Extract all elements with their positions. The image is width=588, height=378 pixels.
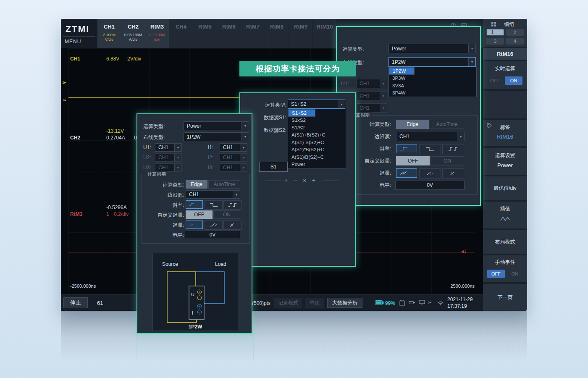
label-section[interactable]: 标签 RtM16	[483, 120, 527, 146]
autotime-button[interactable]: AutoTime	[208, 180, 240, 189]
wiring-type-select[interactable]: 1P2W ▼	[184, 132, 249, 141]
hysteresis-off-button[interactable]: OFF	[396, 156, 430, 165]
edge-source-select[interactable]: CH1 ▼	[186, 190, 240, 199]
interpolation-title: 插值	[483, 205, 527, 213]
tab-rtm9[interactable]: RtM9	[289, 19, 312, 48]
option-power[interactable]: Power	[288, 161, 346, 168]
edge-button[interactable]: Edge	[186, 180, 207, 189]
tab-rtm8[interactable]: RtM8	[265, 19, 289, 48]
option-3p3w[interactable]: 3P3W	[389, 75, 476, 82]
u1-select[interactable]: CH1▼	[155, 143, 182, 152]
tab-ch4[interactable]: CH4	[169, 19, 193, 48]
tab-rtm5[interactable]: RtM5	[193, 19, 217, 48]
slope-rise-button[interactable]	[186, 200, 203, 209]
hysteresis-medium-button[interactable]	[419, 168, 441, 178]
option-a-div-b[interactable]: A(S1)/B(S2)+C	[288, 153, 346, 161]
hysteresis-small-button[interactable]	[396, 168, 417, 178]
model-header: RtM16	[483, 48, 527, 60]
level-value-box[interactable]: 0V	[395, 181, 465, 190]
interpolation-section[interactable]: 插值	[483, 202, 527, 228]
option-3p4w[interactable]: 3P4W	[389, 89, 476, 97]
manual-event-off-button[interactable]: OFF	[487, 270, 505, 278]
chevron-down-icon: ▼	[242, 133, 249, 141]
big-data-analysis-button[interactable]: 大数据分析	[327, 298, 362, 308]
hysteresis-medium-button[interactable]	[205, 220, 223, 230]
record-mode-button[interactable]: 记录模式	[274, 298, 302, 308]
hysteresis-on-button[interactable]: ON	[430, 156, 464, 165]
calc-type-select[interactable]: Power ▼	[388, 44, 476, 53]
group-button-3[interactable]: 3	[486, 38, 504, 45]
slope-both-button[interactable]	[223, 200, 242, 210]
annotation-badge: 根据功率卡接法可分为	[239, 61, 356, 76]
run-state-button[interactable]: 停止	[63, 297, 88, 308]
autotime-button[interactable]: AutoTime	[430, 120, 464, 129]
tab-rtm10[interactable]: RtM10	[313, 19, 336, 48]
wiring-type-select[interactable]: 1P2W ▼	[388, 57, 476, 67]
chevron-down-icon: ▼	[233, 191, 240, 198]
manual-event-on-button[interactable]: ON	[507, 270, 522, 278]
option-1p2w[interactable]: 1P2W	[389, 67, 415, 75]
device-reflection	[61, 311, 527, 370]
option-a-plus-b[interactable]: A(S1)+B(S2)+C	[288, 131, 346, 139]
u3-select[interactable]: CH1 ▼	[356, 103, 387, 113]
edge-button[interactable]: Edge	[396, 120, 429, 129]
marker-1[interactable]: 1▸	[62, 80, 66, 84]
calc-period-type-label: 计算类型:	[136, 181, 184, 189]
best-div-section[interactable]: 最优值/div	[483, 176, 527, 200]
option-s1-times-s2[interactable]: S1xS2	[288, 117, 346, 124]
slope-rise-button[interactable]	[396, 144, 417, 153]
i1-select[interactable]: CH1▼	[220, 143, 247, 152]
group-button-2[interactable]: 2	[506, 29, 524, 36]
realtime-off-button[interactable]: OFF	[487, 76, 502, 85]
layout-mode-section[interactable]: 布局模式	[483, 230, 527, 254]
u2-select[interactable]: CH1▼	[155, 153, 182, 162]
rtm3-trace-marker[interactable]: ◀1	[461, 249, 466, 254]
group-button-4[interactable]: 4	[506, 38, 524, 45]
menu-button[interactable]: MENU	[65, 39, 81, 45]
slope-both-button[interactable]	[442, 144, 464, 154]
group-button-1[interactable]: 1	[486, 29, 504, 36]
tab-ch1[interactable]: CH1 2 100M V/div	[97, 19, 121, 48]
hysteresis-large-button[interactable]	[223, 220, 242, 230]
tab-rtm7[interactable]: RtM7	[241, 19, 265, 48]
option-s1-div-s2[interactable]: S1/S2	[288, 124, 346, 131]
u3-select[interactable]: CH1▼	[155, 163, 182, 172]
svg-text:−: −	[199, 310, 201, 314]
chevron-down-icon: ▼	[174, 164, 181, 171]
marker-trigger[interactable]: T▸	[62, 98, 66, 102]
i2-select[interactable]: CH1▼	[220, 153, 247, 162]
option-a-minus-b[interactable]: A(S1)-B(S2)+C	[288, 139, 346, 146]
calc-type-select[interactable]: Power ▼	[184, 121, 249, 130]
i3-select[interactable]: CH1▼	[220, 163, 247, 172]
u1-select[interactable]: CH1 ▼	[356, 79, 387, 88]
hysteresis-large-button[interactable]	[442, 168, 464, 178]
calc-settings-section[interactable]: 运算设置 Power	[483, 148, 527, 175]
next-page-section[interactable]: 下一页	[483, 284, 527, 311]
tab-rtm3[interactable]: RtM3 0.2 100M /div	[145, 19, 169, 48]
softkey-sidebar: 编组 1 2 3 4 RtM16 实时运算 OFF ON 标签 RtM16	[483, 19, 527, 311]
option-s1-plus-s2[interactable]: S1+S2	[288, 109, 315, 117]
s1-operand-box[interactable]: S1	[259, 162, 288, 172]
edge-source-select[interactable]: CH1 ▼	[396, 132, 465, 141]
option-a-times-b[interactable]: A(S1)*B(S2)+C	[288, 146, 346, 154]
tab-rtm6[interactable]: RtM6	[217, 19, 241, 48]
hysteresis-off-button[interactable]: OFF	[186, 210, 213, 219]
manual-event-section[interactable]: 手动事件 OFF ON	[483, 255, 527, 282]
u2-select[interactable]: CH1 ▼	[356, 91, 387, 100]
realtime-calc-section[interactable]: 实时运算 OFF ON	[483, 61, 527, 89]
option-3v3a[interactable]: 3V3A	[389, 82, 476, 89]
chevron-down-icon: ▼	[240, 164, 247, 171]
tab-ch2[interactable]: CH2 0.08 100M A/div	[121, 19, 145, 48]
level-value-box[interactable]: 0V	[185, 231, 240, 239]
hysteresis-on-button[interactable]: ON	[213, 210, 240, 219]
i2-label: I2:	[208, 155, 213, 160]
hysteresis-small-button[interactable]	[186, 220, 203, 229]
diagram-caption: 1P2W	[189, 324, 202, 330]
slope-fall-button[interactable]	[205, 200, 223, 210]
slope-fall-button[interactable]	[419, 144, 441, 154]
realtime-on-button[interactable]: ON	[505, 76, 522, 85]
single-mode-button[interactable]: 单次	[305, 298, 324, 308]
u3-label: U3:	[143, 165, 151, 171]
calc-type-label: 运算类型:	[246, 102, 286, 109]
calc-type-select[interactable]: S1+S2 ▼	[288, 100, 345, 109]
